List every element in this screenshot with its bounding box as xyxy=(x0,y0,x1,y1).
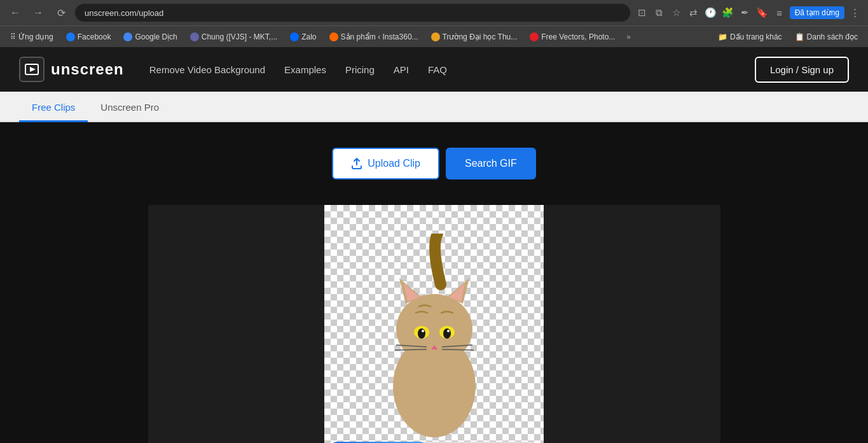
custom-icon2[interactable]: 🔖 xyxy=(755,6,769,20)
browser-chrome: ← → ⟳ ⊡ ⧉ ☆ ⇄ 🕐 🧩 ✒ 🔖 ≡ Đã tạm dừng ⋮ ⠿ … xyxy=(0,0,868,47)
tab-unscreen-pro[interactable]: Unscreen Pro xyxy=(88,94,172,122)
profile-button[interactable]: Đã tạm dừng xyxy=(790,6,844,19)
svg-point-11 xyxy=(443,328,451,339)
bookmark-university[interactable]: Trường Đại học Thu... xyxy=(426,31,523,43)
bookmark-label: Sản phẩm ‹ Insta360... xyxy=(341,32,418,41)
nav-api[interactable]: API xyxy=(394,64,409,75)
extensions2-icon[interactable]: 🧩 xyxy=(721,6,735,20)
bookmark-reading-list[interactable]: 📋 Danh sách đọc xyxy=(790,31,863,43)
nav-faq[interactable]: FAQ xyxy=(428,64,447,75)
video-frame: 46% xyxy=(324,205,544,443)
preview-container: 46% xyxy=(148,205,720,443)
upload-icon xyxy=(351,158,362,169)
facebook-icon xyxy=(66,32,75,41)
bookmark-label: Chung ([VJS] - MKT,... xyxy=(202,32,277,41)
site-nav: unscreen Remove Video Background Example… xyxy=(0,47,868,92)
bookmark-freepik[interactable]: Free Vectors, Photo... xyxy=(525,31,620,43)
synced-devices-icon[interactable]: ⇄ xyxy=(687,6,701,20)
logo-text: unscreen xyxy=(51,60,124,78)
bookmark-label: Zalo xyxy=(301,32,316,41)
custom-icon1[interactable]: ✒ xyxy=(738,6,752,20)
logo[interactable]: unscreen xyxy=(19,57,124,82)
menu-icon[interactable]: ⋮ xyxy=(848,6,862,20)
bookmark-label: Ứng dụng xyxy=(18,32,53,41)
nav-pricing[interactable]: Pricing xyxy=(345,64,375,75)
apps-icon: ⠿ xyxy=(10,32,16,41)
google-translate-icon xyxy=(123,32,132,41)
extensions-icon[interactable]: ⧉ xyxy=(652,6,666,20)
bookmark-label: Trường Đại học Thu... xyxy=(443,32,518,41)
upload-clip-label: Upload Clip xyxy=(368,158,420,169)
bookmark-google-translate[interactable]: Google Dịch xyxy=(118,31,182,43)
logo-icon xyxy=(19,57,45,82)
bookmark-other[interactable]: 📁 Dấu trang khác xyxy=(713,31,787,43)
freepik-icon xyxy=(530,32,539,41)
svg-point-13 xyxy=(447,330,450,332)
bookmark-facebook[interactable]: Facebook xyxy=(61,31,116,43)
bookmark-label: Danh sách đọc xyxy=(807,32,858,41)
bookmark-insta360[interactable]: Sản phẩm ‹ Insta360... xyxy=(324,31,424,43)
zalo-icon xyxy=(290,32,299,41)
address-bar[interactable] xyxy=(75,4,630,22)
login-signup-button[interactable]: Login / Sign up xyxy=(755,57,849,83)
university-icon xyxy=(431,32,440,41)
folder-icon: 📁 xyxy=(718,32,727,41)
bookmark-label: Dấu trang khác xyxy=(730,32,782,41)
reload-button[interactable]: ⟳ xyxy=(52,4,70,22)
svg-line-18 xyxy=(442,349,474,350)
bookmark-chung[interactable]: Chung ([VJS] - MKT,... xyxy=(185,31,282,43)
browser-actions: ⊡ ⧉ ☆ ⇄ 🕐 🧩 ✒ 🔖 ≡ Đã tạm dừng ⋮ xyxy=(635,6,862,20)
reading-list-icon: 📋 xyxy=(795,32,804,41)
history-icon[interactable]: 🕐 xyxy=(704,6,718,20)
nav-links: Remove Video Background Examples Pricing… xyxy=(149,64,447,75)
insta360-icon xyxy=(329,32,338,41)
nav-remove-bg[interactable]: Remove Video Background xyxy=(149,64,265,75)
upload-clip-button[interactable]: Upload Clip xyxy=(332,148,439,179)
custom-icon3[interactable]: ≡ xyxy=(773,6,787,20)
tab-free-clips[interactable]: Free Clips xyxy=(19,94,88,122)
svg-point-10 xyxy=(418,328,425,339)
action-buttons: Upload Clip Search GIF xyxy=(332,148,536,179)
cat-image xyxy=(371,234,498,443)
bookmark-apps[interactable]: ⠿ Ứng dụng xyxy=(5,31,59,43)
tabs-bar: Free Clips Unscreen Pro xyxy=(0,92,868,122)
bookmark-label: Free Vectors, Photo... xyxy=(541,32,615,41)
bookmark-zalo[interactable]: Zalo xyxy=(285,31,321,43)
search-gif-button[interactable]: Search GIF xyxy=(446,148,536,179)
bookmark-label: Google Dịch xyxy=(135,32,177,41)
nav-examples[interactable]: Examples xyxy=(284,64,326,75)
browser-toolbar: ← → ⟳ ⊡ ⧉ ☆ ⇄ 🕐 🧩 ✒ 🔖 ≡ Đã tạm dừng ⋮ xyxy=(0,0,868,25)
forward-button[interactable]: → xyxy=(29,4,47,22)
cast-icon[interactable]: ⊡ xyxy=(635,6,649,20)
back-button[interactable]: ← xyxy=(6,4,24,22)
svg-point-3 xyxy=(396,294,472,364)
bookmark-label: Facebook xyxy=(78,32,111,41)
more-bookmarks-button[interactable]: » xyxy=(623,31,635,43)
bookmarks-bar: ⠿ Ứng dụng Facebook Google Dịch Chung ([… xyxy=(0,25,868,47)
svg-marker-1 xyxy=(30,67,36,72)
teams-icon xyxy=(190,32,199,41)
svg-point-12 xyxy=(422,330,424,332)
svg-line-16 xyxy=(395,349,427,350)
bookmark-star-icon[interactable]: ☆ xyxy=(670,6,684,20)
main-content: Upload Clip Search GIF xyxy=(0,122,868,443)
